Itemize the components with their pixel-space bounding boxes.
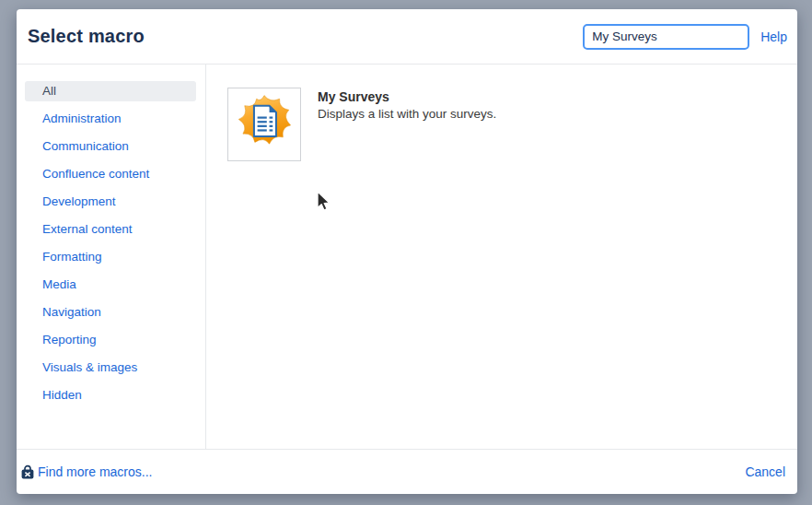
sidebar-item-confluence-content[interactable]: Confluence content — [25, 164, 196, 184]
macro-title: My Surveys — [318, 89, 496, 104]
macro-text: My Surveys Displays a list with your sur… — [318, 88, 496, 121]
select-macro-dialog: Select macro Help All Administration Com… — [17, 9, 797, 494]
sidebar-item-media[interactable]: Media — [25, 275, 196, 295]
cancel-link[interactable]: Cancel — [745, 464, 785, 479]
sidebar-item-external-content[interactable]: External content — [25, 219, 196, 240]
marketplace-bag-icon — [20, 464, 35, 480]
sidebar-item-navigation[interactable]: Navigation — [25, 302, 196, 323]
sidebar-item-formatting[interactable]: Formatting — [25, 247, 196, 267]
macro-search-input[interactable] — [583, 24, 749, 50]
dialog-body: All Administration Communication Conflue… — [17, 65, 797, 449]
sidebar-item-hidden[interactable]: Hidden — [25, 385, 196, 405]
sidebar-item-reporting[interactable]: Reporting — [25, 330, 196, 350]
macro-description: Displays a list with your surveys. — [318, 107, 496, 121]
sidebar-item-administration[interactable]: Administration — [25, 109, 196, 129]
help-link[interactable]: Help — [760, 29, 787, 44]
dialog-title: Select macro — [28, 26, 145, 47]
sidebar-item-development[interactable]: Development — [25, 192, 196, 212]
dialog-header: Select macro Help — [17, 9, 797, 65]
my-surveys-macro-icon — [231, 91, 297, 158]
dialog-footer: Find more macros... Cancel — [17, 449, 797, 494]
macro-results-panel: My Surveys Displays a list with your sur… — [206, 65, 797, 449]
macro-result-my-surveys[interactable]: My Surveys Displays a list with your sur… — [227, 88, 797, 161]
sidebar-item-communication[interactable]: Communication — [25, 136, 196, 157]
find-more-label: Find more macros... — [38, 464, 152, 479]
sidebar-item-all[interactable]: All — [25, 81, 196, 101]
sidebar-item-visuals-images[interactable]: Visuals & images — [25, 358, 196, 378]
find-more-macros-link[interactable]: Find more macros... — [20, 464, 152, 480]
category-sidebar: All Administration Communication Conflue… — [17, 65, 206, 449]
macro-icon-box — [227, 88, 301, 161]
